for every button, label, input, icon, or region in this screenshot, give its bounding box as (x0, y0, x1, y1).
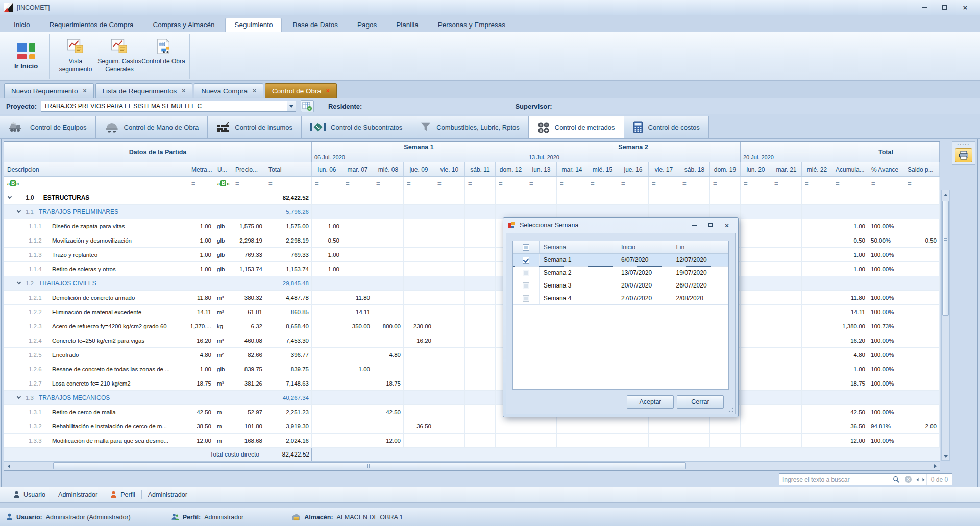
close-icon[interactable]: × (83, 87, 87, 94)
scroll-left-icon[interactable] (4, 462, 13, 470)
column-header-mié-08[interactable]: mié. 08 (373, 162, 404, 176)
ribbon-tab-base-de-datos[interactable]: Base de Datos (284, 18, 347, 32)
column-fin[interactable]: Fin (672, 241, 728, 253)
column-header-vie-10[interactable]: vie. 10 (434, 162, 465, 176)
close-icon[interactable]: × (182, 87, 185, 94)
filter-cell[interactable]: = (188, 177, 214, 190)
restore-button[interactable] (938, 3, 951, 12)
toolbar-item-usuario-0[interactable]: Usuario (7, 491, 52, 498)
table-row-1.1.3[interactable]: 1.1.3Trazo y replanteo1.00glb769.33769.3… (4, 248, 940, 262)
filter-cell[interactable]: = (312, 177, 342, 190)
toolbar-item-administrador-3[interactable]: Administrador (142, 491, 193, 498)
filter-cell[interactable]: = (342, 177, 373, 190)
ribbon-tab-inicio[interactable]: Inicio (5, 18, 39, 32)
ribbon-button-vista-seguimiento[interactable]: Vista seguimiento (54, 34, 97, 79)
table-row-1.2.1[interactable]: 1.2.1Demolición de concreto armado11.80m… (4, 291, 940, 305)
filter-cell[interactable]: = (679, 177, 710, 190)
dialog-week-row-semana-2[interactable]: Semana 213/07/202019/07/2020 (513, 267, 728, 279)
tab-control-de-insumos[interactable]: Control de Insumos (208, 116, 302, 138)
ir-inicio-button[interactable]: Ir Inicio (7, 34, 45, 79)
scroll-down-icon[interactable] (942, 452, 949, 460)
next-result-icon[interactable] (920, 474, 926, 485)
column-header-dom-12[interactable]: dom. 12 (496, 162, 526, 176)
table-row-1.2.3[interactable]: 1.2.3Acero de refuerzo fy=4200 kg/cm2 gr… (4, 319, 940, 333)
toolbar-item-administrador-1[interactable]: Administrador (52, 491, 104, 498)
tab-control-de-equipos[interactable]: Control de Equipos (0, 116, 96, 138)
ribbon-tab-seguimiento[interactable]: Seguimiento (225, 18, 282, 32)
filter-cell[interactable]: = (496, 177, 526, 190)
column-header-u-[interactable]: U... (214, 162, 232, 176)
vertical-scroll-thumb[interactable] (942, 201, 949, 316)
project-apply-button[interactable] (301, 100, 314, 112)
table-row-1.1.1[interactable]: 1.1.1Diseño de zapata para vitas1.00glb1… (4, 219, 940, 233)
project-input[interactable] (41, 101, 287, 111)
chevron-down-icon[interactable] (17, 280, 21, 284)
column-header-sáb-11[interactable]: sáb. 11 (465, 162, 496, 176)
filter-cell[interactable]: = (904, 177, 940, 190)
chevron-down-icon[interactable] (17, 394, 21, 398)
table-row-1.2.2[interactable]: 1.2.2Eliminación de material excedente14… (4, 305, 940, 319)
checkbox-unchecked-icon[interactable] (523, 295, 529, 302)
filter-cell[interactable]: = (832, 177, 868, 190)
checkbox-checked-icon[interactable] (523, 257, 529, 264)
ribbon-tab-pagos[interactable]: Pagos (349, 18, 385, 32)
print-button[interactable] (955, 148, 972, 162)
column-header-sáb-18[interactable]: sáb. 18 (679, 162, 710, 176)
column-semana[interactable]: Semana (540, 241, 617, 253)
column-header-acumula-[interactable]: Acumula... (832, 162, 868, 176)
tab-combustibles-lubric-rptos[interactable]: Combustibles, Lubric, Rptos (411, 116, 529, 138)
table-row-1.2[interactable]: 1.2TRABAJOS CIVILES29,845.48 (4, 276, 940, 291)
horizontal-scroll-track[interactable] (13, 462, 930, 470)
close-icon[interactable]: × (326, 87, 330, 94)
week-checkbox-cell[interactable] (513, 267, 540, 279)
search-button[interactable] (890, 474, 902, 485)
dialog-week-row-semana-4[interactable]: Semana 427/07/20202/08/2020 (513, 292, 728, 305)
close-button[interactable]: × (959, 3, 972, 12)
prev-result-icon[interactable] (914, 474, 920, 485)
column-header-jue-09[interactable]: jue. 09 (404, 162, 434, 176)
column-header-lun-13[interactable]: lun. 13 (526, 162, 557, 176)
search-input[interactable] (779, 476, 890, 483)
filter-cell[interactable]: = (710, 177, 741, 190)
select-all-checkbox[interactable] (513, 241, 540, 253)
document-tab-control-de-obra[interactable]: Control de Obra× (265, 83, 337, 98)
dialog-title-bar[interactable]: Seleccionar Semana × (503, 218, 738, 233)
clear-search-button[interactable]: × (902, 474, 914, 485)
ribbon-tab-planilla[interactable]: Planilla (387, 18, 427, 32)
chevron-down-icon[interactable] (8, 194, 12, 198)
table-row-1.3.1[interactable]: 1.3.1Retiro de cerco de malla42.50m52.97… (4, 405, 940, 419)
tab-control-de-metrados[interactable]: Control de metrados (529, 116, 624, 138)
table-row-1.3.2[interactable]: 1.3.2Rehabilitación e instalación de cer… (4, 419, 940, 434)
minimize-button[interactable] (918, 3, 931, 12)
checkbox-unchecked-icon[interactable] (523, 270, 529, 276)
dialog-week-row-semana-3[interactable]: Semana 320/07/202026/07/2020 (513, 279, 728, 292)
week-checkbox-cell[interactable] (513, 292, 540, 304)
document-tab-nuevo-requerimiento[interactable]: Nuevo Requerimiento× (4, 83, 94, 98)
column-inicio[interactable]: Inicio (617, 241, 672, 253)
filter-cell[interactable]: = (771, 177, 802, 190)
document-tab-nueva-compra[interactable]: Nueva Compra× (194, 83, 263, 98)
column-header-lun-20[interactable]: lun. 20 (741, 162, 771, 176)
scroll-up-icon[interactable] (942, 190, 949, 199)
close-icon[interactable]: × (253, 87, 256, 94)
filter-cell[interactable]: = (649, 177, 679, 190)
filter-cell[interactable]: = (232, 177, 265, 190)
column-header-lun-06[interactable]: lun. 06 (312, 162, 342, 176)
toolbar-item-perfil-2[interactable]: Perfil (104, 491, 141, 498)
filter-cell[interactable]: = (465, 177, 496, 190)
scroll-right-icon[interactable] (930, 462, 940, 470)
horizontal-scrollbar[interactable] (4, 461, 940, 470)
table-row-1.1.4[interactable]: 1.1.4Retiro de soleras y otros1.00glb1,1… (4, 262, 940, 276)
table-row-1.1[interactable]: 1.1TRABAJOS PRELIMINARES5,796.26 (4, 205, 940, 219)
document-tab-lista-de-requerimientos[interactable]: Lista de Requerimientos× (95, 83, 193, 98)
ribbon-tab-compras-y-almacén[interactable]: Compras y Almacén (144, 18, 224, 32)
column-header--avance[interactable]: % Avance (868, 162, 904, 176)
table-row-1.2.7[interactable]: 1.2.7Losa concreto fc= 210 kg/cm218.75m³… (4, 376, 940, 391)
column-header-mar-07[interactable]: mar. 07 (342, 162, 373, 176)
aceptar-button[interactable]: Aceptar (627, 395, 674, 409)
table-row-1.2.6[interactable]: 1.2.6Resane de concreto de todas las zon… (4, 362, 940, 376)
filter-cell[interactable]: aBc (214, 177, 232, 190)
project-combo[interactable] (41, 101, 296, 112)
ribbon-button-seguim-gastos-generales[interactable]: Seguim. Gastos Generales (97, 34, 141, 79)
filter-cell[interactable]: = (618, 177, 649, 190)
